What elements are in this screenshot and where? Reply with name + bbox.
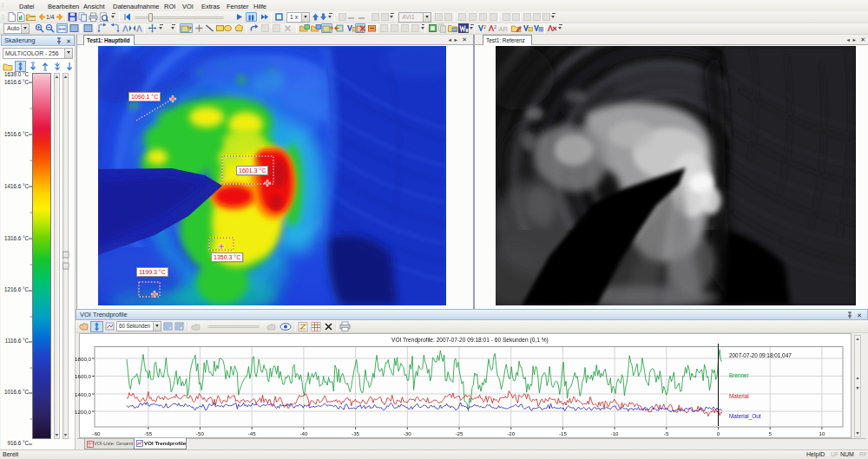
svg-text:1600,0: 1600,0 <box>75 373 91 379</box>
svg-text:-15: -15 <box>559 430 568 436</box>
svg-text:2: 2 <box>494 24 496 30</box>
svg-text:-40: -40 <box>299 430 308 436</box>
svg-text:10: 10 <box>819 430 825 436</box>
svg-text:Material_Out: Material_Out <box>729 413 761 420</box>
svg-text:2007-07-20 09:18:01,047: 2007-07-20 09:18:01,047 <box>729 352 792 358</box>
svg-text:5: 5 <box>768 430 772 436</box>
svg-text:1400,0: 1400,0 <box>75 391 91 397</box>
svg-text:Material: Material <box>729 393 749 399</box>
svg-text:-45: -45 <box>248 430 257 436</box>
svg-text:-60: -60 <box>93 430 102 436</box>
svg-text:1200,0: 1200,0 <box>75 409 91 415</box>
svg-text:0: 0 <box>717 430 720 436</box>
svg-text:-20: -20 <box>507 430 516 436</box>
svg-text:-30: -30 <box>404 430 412 436</box>
svg-text:-50: -50 <box>196 430 205 436</box>
svg-text:-5: -5 <box>664 430 669 436</box>
svg-text:-10: -10 <box>611 430 620 436</box>
svg-text:1800,0: 1800,0 <box>75 356 91 362</box>
svg-text:Brenner: Brenner <box>729 372 750 378</box>
svg-text:-25: -25 <box>456 430 464 436</box>
svg-text:-55: -55 <box>144 430 153 436</box>
svg-text:VOI Trendprofile: 2007-07-20 0: VOI Trendprofile: 2007-07-20 09:18:01 - … <box>391 337 549 344</box>
svg-text:AR: AR <box>499 25 509 33</box>
svg-text:-35: -35 <box>352 430 360 436</box>
svg-text:2: 2 <box>483 24 486 30</box>
